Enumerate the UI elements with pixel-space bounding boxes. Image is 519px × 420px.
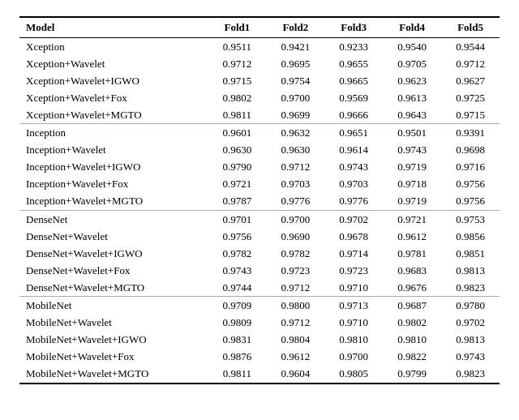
table-row: MobileNet+Wavelet+MGTO0.98110.96040.9805…: [19, 366, 500, 384]
fold-value: 0.9799: [383, 366, 441, 384]
fold-value: 0.9743: [208, 262, 266, 279]
fold-value: 0.9716: [441, 159, 500, 176]
fold-value: 0.9569: [324, 89, 383, 106]
fold-value: 0.9810: [383, 332, 441, 349]
fold-value: 0.9613: [383, 89, 441, 106]
fold-value: 0.9703: [266, 176, 324, 193]
table-row: Inception+Wavelet+Fox0.97210.97030.97030…: [19, 176, 500, 193]
fold-value: 0.9754: [266, 72, 324, 89]
model-name: Xception+Wavelet+MGTO: [19, 106, 208, 124]
fold-value: 0.9614: [324, 142, 383, 159]
fold-value: 0.9666: [324, 106, 383, 124]
fold-value: 0.9831: [208, 332, 266, 349]
fold-value: 0.9813: [441, 262, 500, 279]
col-header-fold1: Fold1: [208, 17, 266, 38]
model-name: Inception+Wavelet: [19, 142, 208, 159]
fold-value: 0.9612: [266, 349, 324, 366]
fold-value: 0.9811: [208, 366, 266, 384]
fold-value: 0.9690: [266, 228, 324, 245]
col-header-model: Model: [19, 17, 208, 38]
fold-value: 0.9790: [208, 159, 266, 176]
fold-value: 0.9856: [441, 228, 500, 245]
fold-value: 0.9802: [208, 89, 266, 106]
fold-value: 0.9712: [266, 159, 324, 176]
table-row: DenseNet0.97010.97000.97020.97210.9753: [19, 210, 500, 228]
fold-value: 0.9700: [324, 349, 383, 366]
model-name: DenseNet+Wavelet: [19, 228, 208, 245]
table-row: Inception+Wavelet0.96300.96300.96140.974…: [19, 142, 500, 159]
fold-value: 0.9715: [441, 106, 500, 124]
fold-value: 0.9712: [266, 315, 324, 332]
col-header-fold4: Fold4: [383, 17, 441, 38]
fold-value: 0.9703: [324, 176, 383, 193]
table-row: Inception+Wavelet+IGWO0.97900.97120.9743…: [19, 159, 500, 176]
model-name: Xception+Wavelet: [19, 55, 208, 72]
table-row: MobileNet+Wavelet0.98090.97120.97100.980…: [19, 315, 500, 332]
model-name: Inception+Wavelet+Fox: [19, 176, 208, 193]
fold-value: 0.9683: [383, 262, 441, 279]
fold-value: 0.9705: [383, 55, 441, 72]
fold-value: 0.9714: [324, 245, 383, 262]
fold-value: 0.9698: [441, 142, 500, 159]
fold-value: 0.9776: [324, 193, 383, 211]
table-row: Inception+Wavelet+MGTO0.97870.97760.9776…: [19, 193, 500, 211]
fold-value: 0.9756: [208, 228, 266, 245]
fold-value: 0.9787: [208, 193, 266, 211]
fold-value: 0.9756: [441, 193, 500, 211]
fold-value: 0.9811: [208, 106, 266, 124]
model-name: MobileNet+Wavelet: [19, 315, 208, 332]
fold-value: 0.9822: [383, 349, 441, 366]
fold-value: 0.9630: [208, 142, 266, 159]
fold-value: 0.9782: [266, 245, 324, 262]
fold-value: 0.9655: [324, 55, 383, 72]
table-row: DenseNet+Wavelet+MGTO0.97440.97120.97100…: [19, 279, 500, 297]
model-name: MobileNet+Wavelet+Fox: [19, 349, 208, 366]
table-row: Xception0.95110.94210.92330.95400.9544: [19, 38, 500, 56]
table-row: Xception+Wavelet+MGTO0.98110.96990.96660…: [19, 106, 500, 124]
table-row: MobileNet0.97090.98000.97130.96870.9780: [19, 297, 500, 315]
fold-value: 0.9511: [208, 38, 266, 56]
fold-value: 0.9781: [383, 245, 441, 262]
fold-value: 0.9721: [383, 210, 441, 228]
fold-value: 0.9391: [441, 124, 500, 142]
results-table: ModelFold1Fold2Fold3Fold4Fold5 Xception0…: [19, 16, 500, 384]
fold-value: 0.9719: [383, 193, 441, 211]
fold-value: 0.9712: [266, 279, 324, 297]
fold-value: 0.9601: [208, 124, 266, 142]
fold-value: 0.9665: [324, 72, 383, 89]
fold-value: 0.9756: [441, 176, 500, 193]
fold-value: 0.9713: [324, 297, 383, 315]
fold-value: 0.9715: [208, 72, 266, 89]
fold-value: 0.9710: [324, 279, 383, 297]
fold-value: 0.9753: [441, 210, 500, 228]
fold-value: 0.9709: [208, 297, 266, 315]
fold-value: 0.9687: [383, 297, 441, 315]
fold-value: 0.9804: [266, 332, 324, 349]
table-row: DenseNet+Wavelet+IGWO0.97820.97820.97140…: [19, 245, 500, 262]
model-name: MobileNet+Wavelet+MGTO: [19, 366, 208, 384]
fold-value: 0.9233: [324, 38, 383, 56]
table-row: DenseNet+Wavelet+Fox0.97430.97230.97230.…: [19, 262, 500, 279]
col-header-fold3: Fold3: [324, 17, 383, 38]
model-name: MobileNet: [19, 297, 208, 315]
table-row: Inception0.96010.96320.96510.95010.9391: [19, 124, 500, 142]
fold-value: 0.9632: [266, 124, 324, 142]
fold-value: 0.9699: [266, 106, 324, 124]
fold-value: 0.9678: [324, 228, 383, 245]
model-name: Inception+Wavelet+MGTO: [19, 193, 208, 211]
model-name: Xception: [19, 38, 208, 56]
fold-value: 0.9776: [266, 193, 324, 211]
table-row: Xception+Wavelet+IGWO0.97150.97540.96650…: [19, 72, 500, 89]
fold-value: 0.9544: [441, 38, 500, 56]
model-name: Inception: [19, 124, 208, 142]
fold-value: 0.9718: [383, 176, 441, 193]
fold-value: 0.9851: [441, 245, 500, 262]
model-name: Inception+Wavelet+IGWO: [19, 159, 208, 176]
fold-value: 0.9782: [208, 245, 266, 262]
fold-value: 0.9623: [383, 72, 441, 89]
fold-value: 0.9721: [208, 176, 266, 193]
fold-value: 0.9719: [383, 159, 441, 176]
fold-value: 0.9630: [266, 142, 324, 159]
fold-value: 0.9643: [383, 106, 441, 124]
table-row: Xception+Wavelet+Fox0.98020.97000.95690.…: [19, 89, 500, 106]
